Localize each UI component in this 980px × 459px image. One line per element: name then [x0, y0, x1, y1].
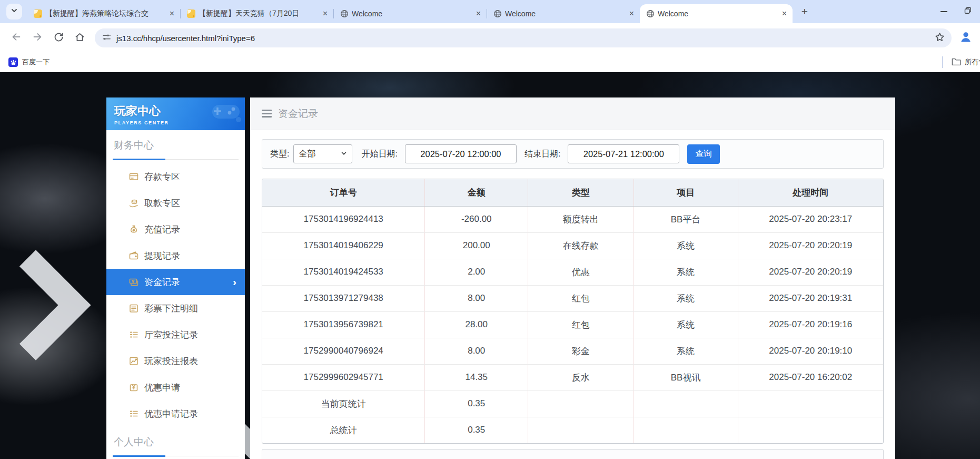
reload-icon — [53, 32, 64, 45]
tab-search-button[interactable] — [6, 4, 22, 19]
table-cell: 1753014019406229 — [262, 232, 425, 259]
table-cell: 系统 — [633, 232, 738, 259]
section-label: 个人中心 — [113, 435, 239, 455]
sidebar-item[interactable]: 取款专区 — [106, 190, 245, 216]
column-header: 类型 — [528, 179, 633, 206]
baidu-paw-icon — [8, 57, 18, 67]
menu-toggle-icon[interactable] — [262, 110, 272, 118]
type-select-value: 全部 — [299, 149, 315, 160]
chart-report-icon — [128, 356, 139, 366]
back-button[interactable] — [7, 29, 25, 47]
column-header: 项目 — [633, 179, 738, 206]
all-bookmarks-folder[interactable]: 所有书签 — [942, 53, 980, 72]
deposit-card-icon — [128, 171, 139, 182]
table-row: 17529900407969248.00彩金系统2025-07-20 20:19… — [262, 338, 883, 364]
section-underline — [113, 455, 239, 457]
reload-button[interactable] — [50, 29, 67, 47]
sidebar-item[interactable]: 充值记录 — [106, 216, 245, 242]
table-cell: 2025-07-20 16:20:02 — [738, 364, 883, 390]
table-row: 175301395673982128.00红包系统2025-07-20 20:1… — [262, 311, 883, 338]
table-cell: 1752990040796924 — [262, 338, 425, 364]
window-restore-button[interactable] — [956, 0, 980, 23]
browser-tab[interactable]: 【新提醒】海燕策略论坛综合交× — [27, 4, 180, 23]
window-minimize-button[interactable] — [932, 0, 956, 23]
omnibox[interactable] — [95, 28, 952, 47]
end-date-input[interactable] — [568, 144, 679, 163]
browser-tab[interactable]: Welcome× — [334, 4, 487, 23]
sidebar-item[interactable]: 资金记录› — [106, 269, 245, 295]
home-button[interactable] — [71, 29, 88, 47]
main-header: 资金记录 — [250, 97, 895, 130]
table-cell — [528, 390, 633, 417]
tab-close-icon[interactable]: × — [627, 9, 637, 19]
tab-list: 【新提醒】海燕策略论坛综合交×【新提醒】天天竞猜（7月20日×Welcome×W… — [27, 4, 793, 23]
globe-favicon-icon — [340, 9, 349, 18]
site-info-icon[interactable] — [102, 33, 111, 44]
bookmarks-separator — [942, 56, 943, 68]
column-header: 处理时间 — [738, 179, 883, 206]
table-cell: 2.00 — [425, 259, 528, 285]
search-button[interactable]: 查询 — [687, 144, 720, 164]
sidebar-item[interactable]: 厅室投注记录 — [106, 321, 245, 348]
sidebar-item[interactable]: 存款专区 — [106, 163, 245, 190]
forum-favicon-icon — [187, 9, 195, 18]
sidebar-item[interactable]: 彩票下注明细 — [106, 295, 245, 321]
table-cell: 优惠 — [528, 259, 633, 285]
sidebar-item-label: 充值记录 — [144, 223, 180, 236]
type-select[interactable]: 全部 — [293, 144, 352, 163]
restore-icon — [964, 7, 972, 16]
page-content: 玩家中心 PLAYERS CENTER 财务中心 存款专区取款专区充值记录提现记… — [0, 72, 980, 459]
new-tab-button[interactable]: + — [797, 4, 813, 19]
browser-window: 【新提醒】海燕策略论坛综合交×【新提醒】天天竞猜（7月20日×Welcome×W… — [0, 0, 980, 459]
sidebar: 玩家中心 PLAYERS CENTER 财务中心 存款专区取款专区充值记录提现记… — [106, 97, 245, 459]
table-cell: 彩金 — [528, 338, 633, 364]
cash-note-icon — [128, 277, 139, 287]
browser-tab[interactable]: Welcome× — [487, 4, 640, 23]
tab-title: Welcome — [658, 9, 776, 18]
bookmark-star-icon[interactable] — [934, 32, 945, 45]
page-title: 资金记录 — [278, 107, 318, 121]
bookmark-item-baidu[interactable]: 百度一下 — [8, 57, 50, 67]
table-cell: 14.35 — [425, 364, 528, 390]
forward-button[interactable] — [28, 29, 46, 47]
profile-avatar[interactable] — [958, 30, 974, 46]
chevron-down-icon — [11, 7, 18, 16]
tab-close-icon[interactable]: × — [320, 9, 330, 19]
sidebar-item[interactable]: 优惠申请记录 — [106, 401, 245, 427]
table-header-row: 订单号金额类型项目处理时间 — [262, 179, 883, 206]
start-date-input[interactable] — [405, 144, 517, 163]
tab-title: 【新提醒】天天竞猜（7月20日 — [199, 9, 317, 18]
end-date-label: 结束日期: — [524, 149, 560, 160]
sidebar-item-label: 提现记录 — [144, 250, 180, 262]
sidebar-item[interactable]: 优惠申请 — [106, 374, 245, 401]
sidebar-item[interactable]: 玩家投注报表 — [106, 348, 245, 374]
list-dots-icon — [128, 408, 139, 419]
table-cell: 2025-07-20 20:20:19 — [738, 259, 883, 285]
table-cell: 额度转出 — [528, 206, 633, 232]
table-cell: 2025-07-20 20:19:31 — [738, 285, 883, 311]
bookmarks-bar: 百度一下 所有书签 — [0, 53, 980, 72]
table-cell: 总统计 — [262, 417, 425, 443]
sidebar-item-label: 存款专区 — [144, 171, 180, 183]
folder-icon — [952, 57, 961, 67]
sidebar-item-label: 取款专区 — [144, 197, 180, 209]
browser-tab[interactable]: Welcome× — [640, 4, 793, 23]
table-cell: 1752999602945771 — [262, 364, 425, 390]
table-cell: 1753014019424533 — [262, 259, 425, 285]
table-cell: 红包 — [528, 285, 633, 311]
table-cell: 0.35 — [425, 390, 528, 417]
table-cell: 0.35 — [425, 417, 528, 443]
table-cell: 2025-07-20 20:19:10 — [738, 338, 883, 364]
table-cell: 反水 — [528, 364, 633, 390]
tab-close-icon[interactable]: × — [167, 9, 177, 19]
wallet-icon — [128, 250, 139, 261]
forward-arrow-icon — [32, 31, 43, 45]
tab-title: Welcome — [352, 9, 470, 18]
browser-tab[interactable]: 【新提醒】天天竞猜（7月20日× — [181, 4, 333, 23]
sidebar-section-personal: 个人中心 — [106, 427, 245, 457]
tab-close-icon[interactable]: × — [779, 9, 789, 19]
table-cell: BB平台 — [633, 206, 738, 232]
tab-close-icon[interactable]: × — [473, 9, 483, 19]
sidebar-item[interactable]: 提现记录 — [106, 242, 245, 269]
url-input[interactable] — [116, 34, 934, 43]
